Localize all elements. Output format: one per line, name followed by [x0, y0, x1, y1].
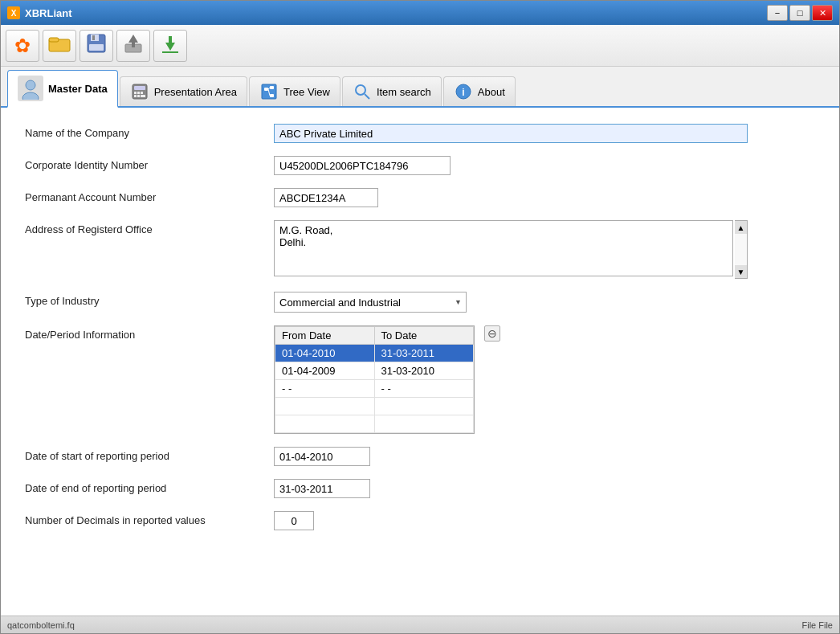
calculator-icon [130, 82, 149, 101]
to-date-cell: - - [374, 380, 474, 398]
end-date-input[interactable] [274, 479, 370, 498]
start-date-row: Date of start of reporting period [25, 447, 815, 466]
industry-select[interactable]: Commercial and Industrial Banking Insura… [274, 292, 467, 313]
scroll-up[interactable]: ▲ [735, 221, 747, 234]
date-period-row: Date/Period Information From Date To Dat… [25, 325, 815, 434]
close-button[interactable]: ✕ [812, 5, 833, 21]
to-date-cell: 31-03-2011 [374, 345, 474, 362]
flower-button[interactable]: ✿ [6, 30, 39, 62]
table-row[interactable]: 01-04-2009 31-03-2010 [275, 362, 474, 380]
download-icon [160, 33, 181, 59]
svg-rect-16 [141, 92, 143, 94]
table-row[interactable]: 01-04-2010 31-03-2011 [275, 345, 474, 362]
address-input[interactable]: M.G. Road, Delhi. [274, 220, 733, 276]
svg-rect-18 [137, 95, 140, 97]
svg-point-10 [26, 80, 35, 90]
scroll-track [735, 234, 747, 265]
scroll-down[interactable]: ▼ [735, 265, 747, 278]
table-row[interactable] [275, 398, 474, 415]
svg-rect-21 [264, 88, 268, 91]
download-button[interactable] [153, 30, 187, 62]
start-date-field [274, 447, 815, 466]
company-name-input[interactable] [274, 124, 748, 143]
decimals-input[interactable] [274, 511, 314, 530]
tab-item-search[interactable]: Item search [342, 76, 442, 106]
upload-button[interactable] [116, 30, 150, 62]
cin-field [274, 156, 815, 175]
titlebar-left: X XBRLiant [7, 6, 72, 19]
window-title: XBRLiant [25, 7, 72, 19]
to-date-header: To Date [374, 327, 474, 345]
save-icon [86, 33, 107, 59]
date-period-content: From Date To Date 01-04-2010 31-03-2011 [274, 325, 815, 434]
tab-about[interactable]: i About [443, 76, 516, 106]
maximize-button[interactable]: □ [789, 5, 810, 21]
svg-rect-13 [134, 86, 145, 90]
industry-select-wrapper: Commercial and Industrial Banking Insura… [274, 292, 467, 313]
main-window: X XBRLiant − □ ✕ ✿ [0, 0, 840, 634]
cin-label: Corporate Identity Number [25, 156, 274, 171]
table-row[interactable] [275, 415, 474, 433]
main-content: Name of the Company Corporate Identity N… [1, 108, 839, 616]
save-button[interactable] [80, 30, 113, 62]
svg-rect-22 [270, 86, 274, 89]
toolbar: ✿ [1, 25, 839, 67]
decimals-row: Number of Decimals in reported values [25, 511, 815, 530]
date-table: From Date To Date 01-04-2010 31-03-2011 [275, 326, 474, 433]
from-date-cell [275, 398, 375, 415]
tab-presentation-area[interactable]: Presentation Area [120, 76, 247, 106]
pan-label: Permanant Account Number [25, 188, 274, 203]
company-name-field [274, 124, 815, 143]
tab-master-data[interactable]: Master Data [7, 70, 118, 108]
end-date-label: Date of end of reporting period [25, 479, 274, 494]
master-data-avatar [18, 76, 43, 101]
titlebar: X XBRLiant − □ ✕ [1, 1, 839, 25]
start-date-input[interactable] [274, 447, 370, 466]
svg-rect-1 [49, 38, 59, 42]
to-date-cell [374, 415, 474, 433]
svg-rect-19 [141, 95, 145, 97]
pan-input[interactable] [274, 188, 378, 207]
tab-about-label: About [478, 86, 505, 98]
table-row[interactable]: - - - - [275, 380, 474, 398]
upload-icon [123, 33, 144, 59]
tab-tree-view-label: Tree View [283, 86, 330, 98]
cin-input[interactable] [274, 156, 451, 175]
address-wrapper: M.G. Road, Delhi. ▲ ▼ [274, 220, 748, 279]
pan-row: Permanant Account Number [25, 188, 815, 207]
remove-date-button[interactable]: ⊖ [484, 325, 500, 342]
start-date-label: Date of start of reporting period [25, 447, 274, 462]
tree-icon [259, 82, 279, 101]
end-date-row: Date of end of reporting period [25, 479, 815, 498]
industry-label: Type of Industry [25, 292, 274, 307]
info-icon: i [454, 82, 473, 101]
cin-row: Corporate Identity Number [25, 156, 815, 175]
svg-marker-8 [165, 36, 175, 51]
flower-icon: ✿ [14, 35, 31, 57]
statusbar: qatcomboltemi.fq File File [1, 616, 839, 633]
from-date-cell: 01-04-2010 [275, 345, 375, 362]
tab-presentation-label: Presentation Area [154, 86, 237, 98]
svg-rect-4 [92, 35, 95, 40]
svg-line-27 [365, 94, 369, 99]
tab-tree-view[interactable]: Tree View [249, 76, 340, 106]
from-date-cell: - - [275, 380, 375, 398]
address-scrollbar: ▲ ▼ [735, 220, 748, 279]
to-date-cell: 31-03-2010 [374, 362, 474, 380]
tab-bar: Master Data Presentation Area [1, 67, 839, 108]
date-table-wrapper: From Date To Date 01-04-2010 31-03-2011 [274, 325, 475, 434]
svg-rect-23 [270, 94, 274, 97]
from-date-cell [275, 415, 375, 433]
decimals-field [274, 511, 815, 530]
svg-rect-5 [89, 44, 104, 51]
date-period-label: Date/Period Information [25, 325, 274, 341]
svg-point-26 [356, 85, 365, 95]
titlebar-buttons: − □ ✕ [767, 5, 833, 21]
to-date-cell [374, 398, 474, 415]
minimize-button[interactable]: − [767, 5, 788, 21]
decimals-label: Number of Decimals in reported values [25, 511, 274, 526]
search-icon [353, 82, 372, 101]
minus-icon: ⊖ [487, 327, 497, 340]
svg-rect-15 [137, 92, 140, 94]
open-button[interactable] [43, 30, 76, 62]
